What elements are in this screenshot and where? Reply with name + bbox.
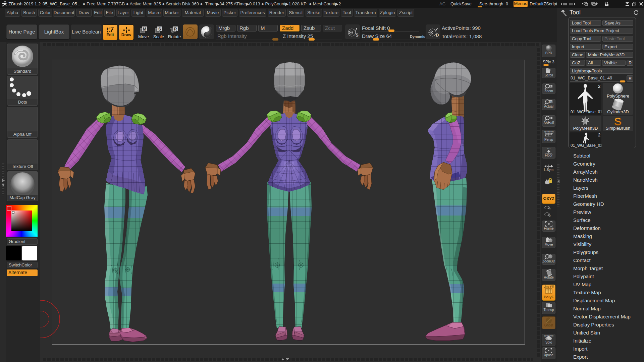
svg-text:S: S xyxy=(158,27,161,32)
svg-text:2: 2 xyxy=(598,132,600,137)
svg-text:S: S xyxy=(614,116,622,127)
svg-text:Dynamic: Dynamic xyxy=(544,130,554,133)
svg-text:D: D xyxy=(436,33,439,38)
svg-text:M: M xyxy=(143,27,146,32)
svg-text:R: R xyxy=(174,27,177,32)
svg-text:x ɩ z: x ɩ z xyxy=(547,147,551,149)
svg-text:x1: x1 xyxy=(549,101,552,103)
svg-text:Z: Z xyxy=(549,215,551,218)
svg-text:2: 2 xyxy=(598,84,600,89)
svg-text:Line Fill: Line Fill xyxy=(544,285,554,288)
svg-text:S: S xyxy=(356,33,359,38)
svg-text:Y: Y xyxy=(549,208,551,211)
